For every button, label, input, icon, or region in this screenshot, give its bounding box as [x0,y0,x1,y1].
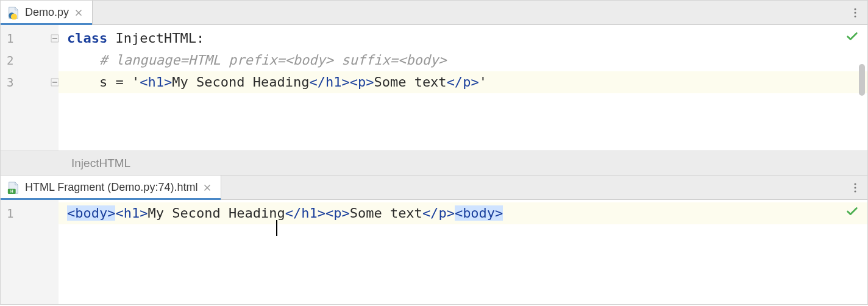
code-line[interactable]: <body><h1>My Second Heading</h1><p>Some … [59,202,867,224]
breadcrumb-item[interactable]: InjectHTML [71,157,130,170]
close-icon[interactable] [74,8,84,18]
tab-html-fragment[interactable]: H HTML Fragment (Demo.py:74).html [1,176,221,199]
top-code-area[interactable]: class InjectHTML: # language=HTML prefix… [59,25,867,151]
close-icon[interactable] [202,183,212,193]
line-number[interactable]: 1 [1,202,59,224]
tab-options-icon[interactable] [843,176,867,199]
fold-marker-icon[interactable] [51,78,59,87]
svg-point-4 [854,15,856,17]
bottom-code-area[interactable]: <body><h1>My Second Heading</h1><p>Some … [59,200,867,304]
inspection-ok-icon[interactable] [845,205,859,221]
tab-options-icon[interactable] [843,1,867,24]
inspection-ok-icon[interactable] [845,30,859,46]
bottom-tabbar: H HTML Fragment (Demo.py:74).html [1,176,867,200]
top-editor[interactable]: 1 2 3 class InjectHTML: # language=HTML … [1,25,867,151]
html-file-icon: H [7,181,20,194]
code-line[interactable]: class InjectHTML: [59,27,867,49]
tab-label: HTML Fragment (Demo.py:74).html [25,181,197,194]
svg-point-3 [854,12,856,13]
svg-text:H: H [10,189,13,193]
top-editor-pane: Demo.py 1 2 3 class InjectHTML: [0,0,868,176]
scrollbar-thumb[interactable] [859,64,865,96]
fold-marker-icon[interactable] [51,34,59,43]
line-number[interactable]: 3 [1,71,59,93]
code-line[interactable]: # language=HTML prefix=<body> suffix=<bo… [59,49,867,71]
bottom-editor-pane: H HTML Fragment (Demo.py:74).html 1 <bod… [0,176,868,305]
line-number[interactable]: 1 [1,27,59,49]
code-line[interactable]: s = '<h1>My Second Heading</h1><p>Some t… [59,71,867,93]
python-file-icon [7,6,20,20]
breadcrumb[interactable]: InjectHTML [1,151,867,175]
top-tabbar: Demo.py [1,1,867,25]
top-gutter: 1 2 3 [1,25,59,151]
line-number[interactable]: 2 [1,49,59,71]
bottom-gutter: 1 [1,200,59,304]
tab-demo-py[interactable]: Demo.py [1,1,93,24]
svg-point-7 [854,183,856,185]
svg-point-2 [854,8,856,10]
svg-point-1 [11,13,17,20]
bottom-editor[interactable]: 1 <body><h1>My Second Heading</h1><p>Som… [1,200,867,304]
svg-point-8 [854,187,856,188]
svg-point-9 [854,190,856,192]
tab-label: Demo.py [25,6,69,19]
